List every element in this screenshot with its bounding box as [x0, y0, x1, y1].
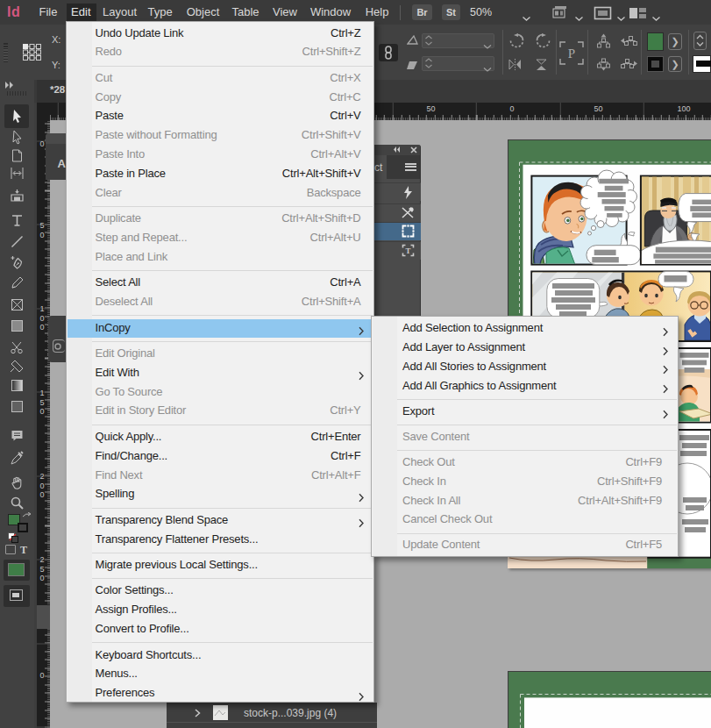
svg-text:T: T — [405, 246, 410, 255]
svg-text:P: P — [568, 46, 575, 61]
